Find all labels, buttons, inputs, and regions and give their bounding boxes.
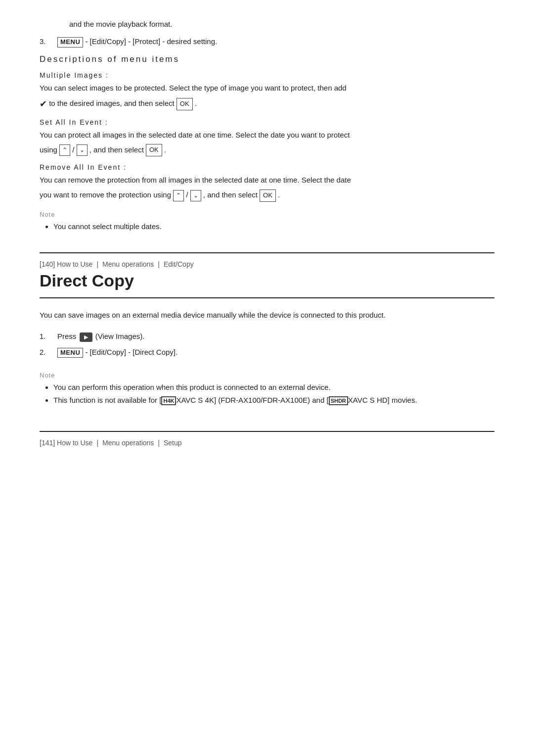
step1-num: 1. [40, 332, 57, 340]
arrow-down-2: ⌄ [190, 190, 201, 201]
remove-all-section: Remove All In Event : You can remove the… [40, 163, 494, 201]
breadcrumb-crumb2-3: Setup [164, 439, 182, 447]
step-3-content: MENU - [Edit/Copy] - [Protect] - desired… [57, 37, 217, 47]
step2-text: - [Edit/Copy] - [Direct Copy]. [85, 348, 178, 356]
page-title-direct-copy: Direct Copy [40, 271, 494, 290]
divider-1 [40, 252, 494, 253]
breadcrumb-crumb1-3: Menu operations [102, 439, 154, 447]
breadcrumb-sep1-2: | [96, 260, 98, 268]
step2-num: 2. [40, 348, 57, 356]
checkmark-icon: ✔ [40, 99, 47, 109]
note-list-1: You cannot select multiple dates. [40, 220, 494, 233]
divider-2 [40, 297, 494, 298]
step1-content: Press (View Images). [57, 332, 144, 342]
note-label-2: Note [40, 372, 494, 379]
arrow-up-2: ⌃ [173, 190, 184, 201]
play-icon [80, 332, 92, 342]
badge-hd: SHDR [329, 396, 348, 405]
ok-button-3: OK [260, 189, 276, 202]
menu-button-step2: MENU [57, 348, 83, 358]
intro-text: and the movie playback format. [69, 20, 494, 28]
breadcrumb-crumb1-2: Menu operations [102, 260, 154, 268]
remove-all-heading: Remove All In Event : [40, 163, 494, 171]
step-3-text: - [Edit/Copy] - [Protect] - desired sett… [85, 37, 217, 46]
set-all-heading: Set All In Event : [40, 118, 494, 126]
multiple-images-section: Multiple Images : You can select images … [40, 71, 494, 111]
step1-text: Press [57, 332, 76, 340]
breadcrumb-2: [140] How to Use | Menu operations | Edi… [40, 260, 494, 268]
divider-3 [40, 431, 494, 432]
direct-copy-step2: 2. MENU - [Edit/Copy] - [Direct Copy]. [40, 348, 494, 358]
descriptions-heading: Descriptions of menu items [40, 54, 494, 64]
arrow-down-1: ⌄ [77, 144, 88, 156]
breadcrumb-sep2-3: | [158, 439, 160, 447]
menu-button-step3: MENU [57, 37, 83, 47]
direct-copy-body: You can save images on an external media… [40, 309, 494, 321]
breadcrumb-3: [141] How to Use | Menu operations | Set… [40, 439, 494, 447]
ok-button-1: OK [177, 98, 193, 110]
breadcrumb-pagenum-2: [140] How to Use [40, 260, 92, 268]
note2-item2: This function is not available for [H4KX… [53, 394, 494, 407]
set-all-body2: using ⌃ / ⌄ , and then select OK . [40, 144, 494, 156]
breadcrumb-crumb2-2: Edit/Copy [164, 260, 194, 268]
step-3: 3. MENU - [Edit/Copy] - [Protect] - desi… [40, 37, 494, 47]
note-list-2: You can perform this operation when this… [40, 381, 494, 406]
step1-text2: (View Images). [95, 332, 145, 340]
note-label-1: Note [40, 211, 494, 218]
breadcrumb-sep1-3: | [96, 439, 98, 447]
note2-item1: You can perform this operation when this… [53, 381, 494, 394]
multiple-images-body: You can select images to be protected. S… [40, 82, 494, 94]
note-item-1: You cannot select multiple dates. [53, 220, 494, 233]
set-all-body: You can protect all images in the select… [40, 129, 494, 141]
set-all-section: Set All In Event : You can protect all i… [40, 118, 494, 156]
badge-4k: H4K [161, 396, 176, 405]
multiple-images-heading: Multiple Images : [40, 71, 494, 79]
direct-copy-step1: 1. Press (View Images). [40, 332, 494, 342]
breadcrumb-sep2-2: | [158, 260, 160, 268]
ok-button-2: OK [146, 144, 162, 156]
step2-content: MENU - [Edit/Copy] - [Direct Copy]. [57, 348, 178, 358]
page-content: and the movie playback format. 3. MENU -… [0, 0, 534, 470]
remove-all-body: You can remove the protection from all i… [40, 174, 494, 186]
step-3-num: 3. [40, 37, 57, 46]
breadcrumb-pagenum-3: [141] How to Use [40, 439, 92, 447]
multiple-images-body2: ✔ to the desired images, and then select… [40, 97, 494, 111]
arrow-up-1: ⌃ [59, 144, 70, 156]
remove-all-body2: you want to remove the protection using … [40, 189, 494, 201]
